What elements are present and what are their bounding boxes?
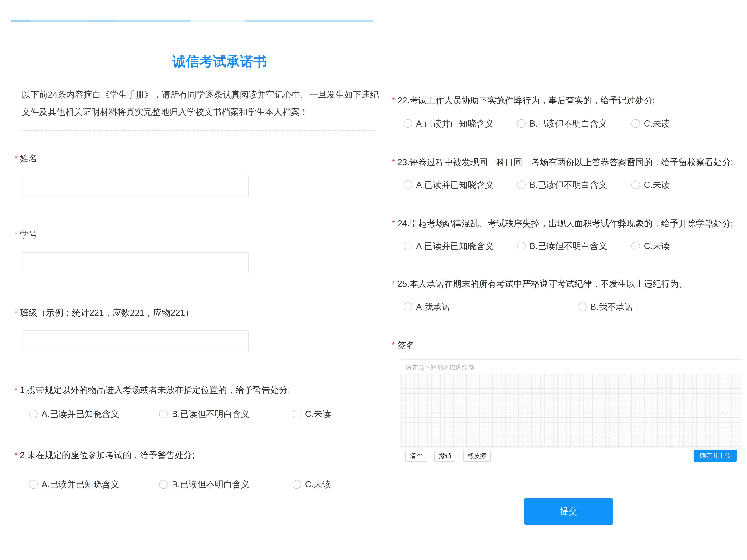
name-input[interactable] <box>22 176 249 197</box>
radio-option-label: B.我不承诺 <box>590 301 634 313</box>
radio-option-label: B.已读但不明白含义 <box>172 479 250 490</box>
class-input[interactable] <box>22 330 249 351</box>
commitment-form-page: 诚信考试承诺书 以下前24条内容摘自《学生手册》，请所有同学逐条认真阅读并牢记心… <box>0 0 747 560</box>
required-asterisk: * <box>15 385 17 394</box>
radio-option-q22-c[interactable]: C.未读 <box>632 118 670 129</box>
field-label-text: 姓名 <box>20 154 37 163</box>
student-id-input[interactable] <box>22 252 249 273</box>
dashed-divider <box>22 130 375 131</box>
radio-option-label: B.已读但不明白含义 <box>530 179 607 191</box>
required-asterisk: * <box>392 158 395 166</box>
radio-option-q24-b[interactable]: B.已读但不明白含义 <box>517 240 607 252</box>
field-label-name: *姓名 <box>15 153 37 164</box>
radio-icon[interactable] <box>292 409 301 418</box>
radio-icon[interactable] <box>578 302 587 311</box>
required-asterisk: * <box>15 230 17 239</box>
radio-option-q2-b[interactable]: B.已读但不明白含义 <box>159 479 250 490</box>
radio-icon[interactable] <box>517 181 526 189</box>
progress-segment <box>87 20 114 22</box>
radio-option-q1-b[interactable]: B.已读但不明白含义 <box>159 408 250 420</box>
undo-button[interactable]: 撤销 <box>434 450 455 462</box>
progress-segment <box>190 20 245 22</box>
radio-option-label: C.未读 <box>644 179 670 191</box>
question-text: 2.未在规定的座位参加考试的，给予警告处分; <box>20 450 195 460</box>
required-asterisk: * <box>392 341 395 349</box>
radio-option-q1-a[interactable]: A.已读并已知晓含义 <box>29 408 119 420</box>
question-text: 24.引起考场纪律混乱、考试秩序失控，出现大面积考试作弊现象的，给予开除学籍处分… <box>397 219 733 228</box>
radio-icon[interactable] <box>517 242 526 250</box>
page-title: 诚信考试承诺书 <box>172 53 267 71</box>
question-2-text: *2.未在规定的座位参加考试的，给予警告处分; <box>15 450 195 460</box>
signature-hint: 请在以下矩形区域内绘制 <box>406 363 474 372</box>
radio-option-label: A.已读并已知晓含义 <box>42 408 119 420</box>
radio-option-q22-b[interactable]: B.已读但不明白含义 <box>517 118 607 129</box>
progress-bar <box>11 20 374 22</box>
radio-option-label: C.未读 <box>644 118 670 129</box>
question-25-text: *25.本人承诺在期末的所有考试中严格遵守考试纪律，不发生以上违纪行为。 <box>392 278 687 289</box>
question-22-text: *22.考试工作人员协助下实施作弊行为，事后查实的，给予记过处分; <box>392 95 655 106</box>
radio-icon[interactable] <box>404 242 412 250</box>
field-label-student-id: *学号 <box>15 229 37 240</box>
radio-option-q1-c[interactable]: C.未读 <box>292 408 331 420</box>
radio-icon[interactable] <box>404 302 412 311</box>
question-text: 22.考试工作人员协助下实施作弊行为，事后查实的，给予记过处分; <box>397 96 655 105</box>
radio-option-q23-b[interactable]: B.已读但不明白含义 <box>517 179 607 191</box>
field-label-text: 班级（示例：统计221，应数221，应物221） <box>20 308 194 318</box>
required-asterisk: * <box>15 451 17 459</box>
field-label-text: 签名 <box>397 340 415 350</box>
radio-icon[interactable] <box>404 181 412 189</box>
progress-segment <box>245 20 374 22</box>
radio-option-label: B.已读但不明白含义 <box>530 118 607 129</box>
clear-button[interactable]: 清空 <box>406 450 427 462</box>
radio-option-label: A.我承诺 <box>416 301 450 313</box>
radio-icon[interactable] <box>632 181 640 189</box>
radio-option-q2-c[interactable]: C.未读 <box>292 479 331 490</box>
radio-option-q22-a[interactable]: A.已读并已知晓含义 <box>404 118 494 129</box>
intro-line-2: 文件及其他相关证明材料将真实完整地归入学校文书档案和学生本人档案！ <box>22 103 379 121</box>
radio-icon[interactable] <box>159 409 168 418</box>
radio-icon[interactable] <box>632 242 640 250</box>
required-asterisk: * <box>392 96 395 104</box>
question-text: 1.携带规定以外的物品进入考场或者未放在指定位置的，给予警告处分; <box>20 385 290 395</box>
radio-icon[interactable] <box>404 119 412 128</box>
field-label-text: 学号 <box>20 230 37 239</box>
required-asterisk: * <box>392 279 395 288</box>
radio-option-q24-a[interactable]: A.已读并已知晓含义 <box>404 240 494 252</box>
progress-segment <box>30 20 87 22</box>
field-label-signature: *签名 <box>392 340 415 350</box>
confirm-upload-button[interactable]: 确定并上传 <box>694 450 737 462</box>
signature-canvas[interactable] <box>401 374 741 448</box>
radio-option-q23-a[interactable]: A.已读并已知晓含义 <box>404 179 494 191</box>
radio-option-label: A.已读并已知晓含义 <box>416 118 494 129</box>
question-text: 25.本人承诺在期末的所有考试中严格遵守考试纪律，不发生以上违纪行为。 <box>397 279 687 289</box>
radio-icon[interactable] <box>292 480 301 489</box>
radio-icon[interactable] <box>159 480 168 489</box>
required-asterisk: * <box>15 308 17 317</box>
field-label-class: *班级（示例：统计221，应数221，应物221） <box>15 308 194 318</box>
radio-option-q23-c[interactable]: C.未读 <box>632 179 670 191</box>
radio-icon[interactable] <box>517 119 526 128</box>
required-asterisk: * <box>15 154 17 162</box>
progress-segment <box>11 20 30 22</box>
question-24-text: *24.引起考场纪律混乱、考试秩序失控，出现大面积考试作弊现象的，给予开除学籍处… <box>392 218 733 229</box>
radio-icon[interactable] <box>29 409 38 418</box>
radio-option-label: A.已读并已知晓含义 <box>416 240 494 252</box>
radio-option-label: C.未读 <box>305 479 331 490</box>
radio-option-q25-a[interactable]: A.我承诺 <box>404 301 450 313</box>
required-asterisk: * <box>392 219 395 228</box>
question-text: 23.评卷过程中被发现同一科目同一考场有两份以上答卷答案雷同的，给予留校察看处分… <box>397 157 733 167</box>
question-23-text: *23.评卷过程中被发现同一科目同一考场有两份以上答卷答案雷同的，给予留校察看处… <box>392 157 733 167</box>
radio-option-q25-b[interactable]: B.我不承诺 <box>578 301 633 313</box>
radio-option-label: A.已读并已知晓含义 <box>42 479 119 490</box>
radio-option-label: A.已读并已知晓含义 <box>416 179 494 191</box>
progress-segment <box>114 20 190 22</box>
eraser-button[interactable]: 橡皮擦 <box>463 450 491 462</box>
radio-option-q24-c[interactable]: C.未读 <box>632 240 670 252</box>
radio-option-q2-a[interactable]: A.已读并已知晓含义 <box>29 479 119 490</box>
radio-option-label: C.未读 <box>644 240 670 252</box>
submit-button[interactable]: 提交 <box>524 498 613 525</box>
intro-paragraph: 以下前24条内容摘自《学生手册》，请所有同学逐条认真阅读并牢记心中。一旦发生如下… <box>22 86 379 125</box>
radio-option-label: B.已读但不明白含义 <box>530 240 607 252</box>
radio-icon[interactable] <box>632 119 640 128</box>
radio-icon[interactable] <box>29 480 38 489</box>
